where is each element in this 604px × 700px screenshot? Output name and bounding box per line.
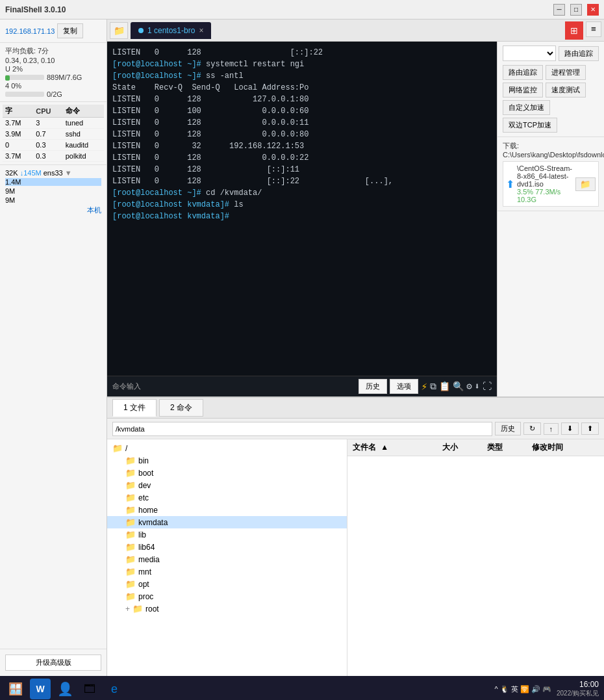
disk-stat: 4 0% [5, 82, 101, 90]
tab-label: 1 centos1-bro [147, 26, 195, 35]
grid-button[interactable]: ⊞ [565, 21, 583, 40]
ip-dropdown[interactable] [503, 45, 556, 61]
proc-cmd: sshd [63, 129, 104, 140]
app-title: FinalShell 3.0.10 [5, 5, 66, 14]
proc-mem: 0 [3, 140, 33, 151]
word-icon[interactable]: W [30, 679, 51, 699]
fullscreen-icon[interactable]: ⛶ [483, 382, 492, 392]
info-top: 路由追踪 路由追踪 进程管理 网络监控 速度测试 自定义加速 双边TCP加速 [497, 42, 604, 137]
folder-button[interactable]: 📁 [110, 22, 128, 39]
history-file-button[interactable]: 历史 [495, 422, 521, 435]
tree-item[interactable]: 📁boot [107, 467, 347, 479]
user-icon[interactable]: 👤 [55, 679, 75, 699]
up-button[interactable]: ↑ [544, 423, 559, 435]
start-button[interactable]: 🪟 [5, 679, 26, 699]
paste-icon[interactable]: 📋 [439, 381, 450, 392]
sidebar-footer: 升级高级版 [0, 649, 107, 676]
network-mon-button[interactable]: 网络监控 [503, 83, 543, 97]
mem-bar-row: 889M/7.6G [5, 73, 101, 81]
col-type: 类型 [487, 442, 532, 453]
terminal-prompt: [root@localhost ~]# [112, 60, 201, 69]
upgrade-button[interactable]: 升级高级版 [5, 655, 101, 671]
taskbar-time: 16:00 2022/购买私见 [557, 680, 599, 698]
title-bar: FinalShell 3.0.10 ─ □ ✕ [0, 0, 604, 19]
tree-item[interactable]: 📁dev [107, 479, 347, 491]
tree-item[interactable]: 📁bin [107, 454, 347, 467]
col-cmd: 命令 [63, 105, 104, 118]
folder-name: media [138, 555, 160, 564]
col-mem: 字 [3, 105, 33, 118]
taskbar-left: 🪟 W 👤 🗔 e [5, 679, 125, 699]
path-input[interactable] [112, 422, 492, 436]
options-button[interactable]: 选项 [390, 379, 418, 394]
custom-speed-button[interactable]: 自定义加速 [503, 100, 550, 115]
tab-files[interactable]: 1 文件 [112, 399, 157, 417]
tree-item[interactable]: 📁etc [107, 491, 347, 504]
route-remove-button[interactable]: 路由追踪 [559, 46, 599, 61]
download2-icon[interactable]: ⬇ [475, 381, 480, 392]
folder-name: etc [138, 493, 149, 502]
settings-icon[interactable]: ⚙ [466, 381, 472, 392]
tab-bar-left: 📁 1 centos1-bro × [110, 22, 211, 39]
tree-item[interactable]: 📁kvmdata [107, 516, 347, 528]
main-container: 192.168.171.13 复制 平均负载: 7分 0.34, 0.23, 0… [0, 19, 604, 676]
tree-item[interactable]: 📁home [107, 504, 347, 516]
terminal-line: LISTEN 0 128 0.0.0.0:80 [112, 129, 492, 140]
folder-name: mnt [138, 567, 151, 577]
tree-item[interactable]: 📁/ [107, 442, 347, 454]
tree-item[interactable]: 📁opt [107, 578, 347, 590]
download-file-button[interactable]: ⬇ [561, 422, 579, 435]
speed-test-button[interactable]: 速度测试 [546, 83, 586, 97]
tree-item[interactable]: 📁lib [107, 528, 347, 541]
tree-item[interactable]: 📁media [107, 553, 347, 565]
mem-label: U [5, 65, 10, 73]
tab-commands[interactable]: 2 命令 [159, 399, 203, 417]
proc-cpu: 3 [33, 118, 62, 129]
process-button[interactable]: 进程管理 [546, 65, 586, 80]
minimize-button[interactable]: ─ [553, 4, 565, 16]
search-icon[interactable]: 🔍 [453, 381, 464, 392]
files-icon[interactable]: 🗔 [79, 679, 100, 699]
terminal-line: [root@localhost ~]# cd /kvmdata/ [112, 187, 492, 199]
tcp-boost-button[interactable]: 双边TCP加速 [503, 118, 557, 133]
edge-icon[interactable]: e [104, 679, 125, 699]
file-manager: 1 文件 2 命令 历史 ↻ ↑ ⬇ ⬆ 📁/📁bin📁boot📁dev📁etc… [107, 396, 604, 676]
proc-cpu: 0.3 [33, 151, 62, 162]
folder-name: lib64 [138, 543, 155, 552]
tree-item[interactable]: +📁root [107, 603, 347, 615]
tree-item[interactable]: 📁lib64 [107, 541, 347, 553]
file-tree[interactable]: 📁/📁bin📁boot📁dev📁etc📁home📁kvmdata📁lib📁lib… [107, 439, 347, 676]
terminal-input[interactable] [144, 382, 356, 391]
tree-item[interactable]: 📁mnt [107, 565, 347, 578]
route-trace-button[interactable]: 路由追踪 [503, 65, 543, 80]
proc-cmd: polkitd [63, 151, 104, 162]
info-panel: 路由追踪 路由追踪 进程管理 网络监控 速度测试 自定义加速 双边TCP加速 下… [497, 42, 604, 396]
upload-file-button[interactable]: ⬆ [581, 422, 599, 435]
proc-mem: 3.7M [3, 151, 33, 162]
terminal-line: [root@localhost kvmdata]# [112, 211, 492, 222]
terminal-line: LISTEN 0 128 [::]:22 [112, 47, 492, 58]
tab-centos1[interactable]: 1 centos1-bro × [131, 22, 211, 39]
tab-bar: 📁 1 centos1-bro × ⊞ ≡ [107, 19, 604, 42]
terminal-output[interactable]: LISTEN 0 128 [::]:22[root@localhost ~]# … [107, 42, 497, 376]
maximize-button[interactable]: □ [570, 4, 582, 16]
terminal-line: State Recv-Q Send-Q Local Address:Po [112, 82, 492, 94]
terminal-line: LISTEN 0 100 0.0.0.0:60 [112, 105, 492, 117]
menu-button[interactable]: ≡ [586, 21, 601, 37]
copy-icon[interactable]: ⧉ [430, 382, 436, 392]
proc-cpu: 0.3 [33, 140, 62, 151]
history-button[interactable]: 历史 [359, 379, 387, 394]
mem-size: 889M/7.6G [47, 73, 82, 81]
net-arrow-icon: ▼ [65, 169, 72, 177]
copy-button[interactable]: 复制 [57, 23, 83, 38]
tree-item[interactable]: 📁proc [107, 590, 347, 603]
tab-close-icon[interactable]: × [199, 26, 203, 35]
sidebar-stats: 平均负载: 7分 0.34, 0.23, 0.10 U 2% 889M/7.6G… [0, 43, 107, 102]
folder-name: dev [138, 481, 151, 490]
terminal-line: LISTEN 0 128 0.0.0.0:11 [112, 117, 492, 129]
folder-icon: 📁 [125, 579, 136, 589]
close-button[interactable]: ✕ [587, 4, 599, 16]
folder-icon: 📁 [125, 542, 136, 552]
refresh-button[interactable]: ↻ [523, 422, 541, 435]
open-folder-button[interactable]: 📁 [575, 177, 596, 191]
